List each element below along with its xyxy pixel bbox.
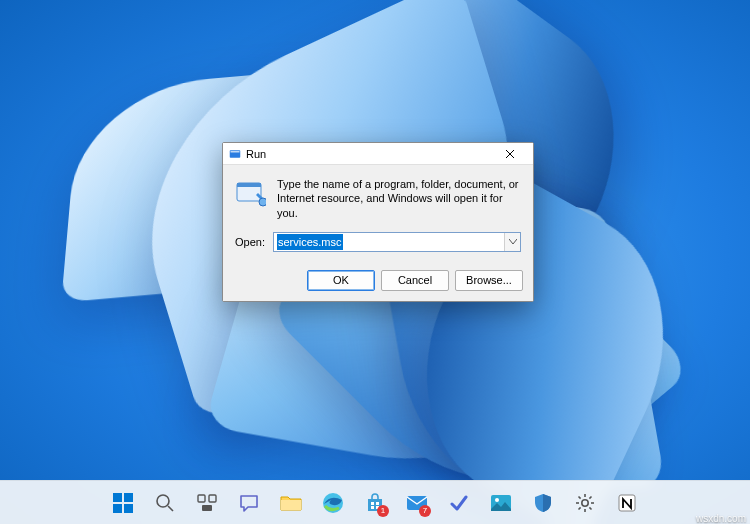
search-icon [155,493,175,513]
photos-icon [490,494,512,512]
svg-rect-14 [281,500,301,510]
svg-rect-5 [113,493,122,502]
svg-line-31 [589,496,591,498]
photos-button[interactable] [482,484,520,522]
svg-rect-1 [231,151,240,153]
edge-icon [322,492,344,514]
svg-rect-11 [198,495,205,502]
open-label: Open: [235,236,265,248]
mail-button[interactable]: 7 [398,484,436,522]
app-button[interactable] [608,484,646,522]
search-button[interactable] [146,484,184,522]
defender-button[interactable] [524,484,562,522]
svg-rect-16 [371,502,374,505]
run-title: Run [246,148,489,160]
gear-icon [575,493,595,513]
run-description: Type the name of a program, folder, docu… [277,177,521,220]
svg-rect-6 [124,493,133,502]
store-button[interactable]: 1 [356,484,394,522]
svg-line-29 [589,507,591,509]
store-badge: 1 [377,505,389,517]
app-icon [617,493,637,513]
svg-point-23 [582,499,588,505]
browse-button[interactable]: Browse... [455,270,523,291]
file-explorer-button[interactable] [272,484,310,522]
chat-icon [239,493,259,513]
edge-button[interactable] [314,484,352,522]
task-view-button[interactable] [188,484,226,522]
run-dialog: Run Type the name of a program, folder, … [222,142,534,302]
shield-icon [534,493,552,513]
ok-button[interactable]: OK [307,270,375,291]
folder-icon [280,494,302,512]
open-combobox[interactable]: services.msc [273,232,521,252]
svg-point-9 [157,495,169,507]
start-button[interactable] [104,484,142,522]
chevron-down-icon[interactable] [504,233,520,251]
settings-button[interactable] [566,484,604,522]
watermark: wsxdn.com [696,513,746,524]
todo-icon [450,494,468,512]
svg-line-28 [579,496,581,498]
svg-rect-17 [376,502,379,505]
cancel-button[interactable]: Cancel [381,270,449,291]
run-icon [235,177,267,209]
todo-button[interactable] [440,484,478,522]
svg-rect-18 [371,506,374,509]
chat-button[interactable] [230,484,268,522]
task-view-icon [197,494,217,512]
mail-badge: 7 [419,505,431,517]
open-input[interactable]: services.msc [274,233,504,251]
taskbar: 1 7 [0,480,750,524]
svg-line-30 [579,507,581,509]
windows-icon [112,492,134,514]
svg-rect-7 [113,504,122,513]
svg-rect-13 [202,505,212,511]
run-titlebar[interactable]: Run [223,143,533,165]
svg-rect-12 [209,495,216,502]
svg-point-22 [495,498,499,502]
svg-point-4 [259,198,266,206]
svg-rect-3 [237,183,261,187]
svg-line-10 [168,506,173,511]
close-button[interactable] [489,144,531,164]
svg-rect-8 [124,504,133,513]
run-title-icon [228,147,242,161]
